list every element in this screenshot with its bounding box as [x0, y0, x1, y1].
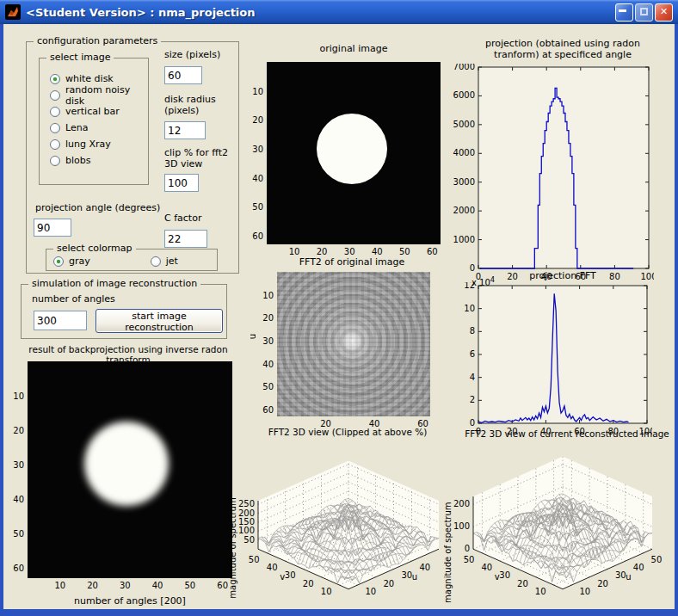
svg-text:6: 6: [470, 349, 475, 359]
svg-text:10: 10: [321, 587, 332, 596]
radio-dot[interactable]: [50, 139, 60, 150]
number-of-angles-input[interactable]: [34, 311, 87, 330]
radio-dot[interactable]: [50, 156, 60, 166]
simulation-panel: simulation of image reconstruction numbe…: [21, 284, 227, 339]
axis-tick: 50: [185, 581, 196, 590]
axis-tick: 10: [7, 391, 24, 401]
svg-text:100: 100: [640, 272, 654, 281]
fft2-image-title: FFT2 of original image: [262, 256, 442, 268]
radio-dot[interactable]: [53, 256, 64, 267]
radio-blobs[interactable]: blobs: [50, 152, 148, 169]
original-image-title: original image: [267, 43, 441, 54]
svg-text:10: 10: [366, 587, 377, 596]
svg-text:v: v: [280, 572, 285, 582]
svg-text:0: 0: [465, 544, 470, 553]
radio-dot[interactable]: [50, 107, 60, 117]
axis-tick: 40: [372, 247, 383, 256]
start-reconstruction-button[interactable]: start image reconstruction: [96, 309, 223, 333]
projection-fft-title: projection FFT: [485, 270, 640, 281]
svg-text:12: 12: [464, 282, 475, 290]
reconstructed-disk: [84, 422, 169, 506]
matlab-icon: [5, 4, 21, 20]
axis-tick: 20: [7, 426, 24, 435]
axis-tick: 10: [54, 581, 65, 590]
app-window: <Student Version> : nma_projection ✕ con…: [0, 0, 678, 616]
axis-tick: 30: [246, 144, 263, 153]
axis-tick: 10: [256, 290, 274, 299]
svg-text:1000: 1000: [453, 235, 475, 244]
axis-tick: 20: [317, 247, 328, 256]
radio-gray[interactable]: gray: [53, 253, 90, 269]
projection-chart-title: projection (obtained using radon tranfor…: [468, 38, 657, 60]
svg-text:5000: 5000: [453, 120, 475, 129]
svg-text:30: 30: [402, 570, 413, 580]
select-image-group: select image white diskrandom noisy disk…: [39, 58, 149, 185]
svg-text:30: 30: [615, 570, 626, 580]
maximize-button[interactable]: [635, 3, 653, 22]
svg-text:10: 10: [535, 587, 546, 596]
radio-lung-xray[interactable]: lung Xray: [50, 136, 148, 152]
radio-dot[interactable]: [151, 256, 161, 267]
disk-radius-input[interactable]: [164, 121, 206, 139]
size-input[interactable]: [164, 66, 202, 84]
fft2-3d-mesh-plot: 10203040501020304050100150200250vumagnit…: [229, 435, 461, 607]
backprojection-xlabel: number of angles [200]: [28, 595, 232, 607]
recon-3d-mesh-plot: 102030405010203040500100200vumagnitude o…: [444, 435, 675, 607]
radio-lena[interactable]: Lena: [50, 120, 148, 136]
disk-radius-label: disk radius (pixels): [164, 94, 216, 116]
radio-dot[interactable]: [50, 74, 60, 84]
clip-input[interactable]: [164, 174, 199, 192]
svg-text:50: 50: [651, 555, 663, 564]
svg-text:250: 250: [238, 499, 255, 508]
close-icon[interactable]: ✕: [655, 3, 673, 22]
white-disk: [317, 114, 387, 184]
axis-tick: 60: [217, 581, 228, 590]
svg-text:200: 200: [453, 499, 470, 508]
radio-dot[interactable]: [50, 90, 60, 101]
select-image-title: select image: [46, 52, 114, 63]
svg-text:30: 30: [499, 570, 510, 580]
projection-angle-input[interactable]: [34, 219, 71, 237]
axis-tick: 30: [256, 336, 274, 346]
projection-chart: 0204060801000100020003000400050006000700…: [444, 64, 654, 286]
radio-label: Lena: [65, 122, 88, 133]
svg-text:100: 100: [238, 526, 255, 535]
minimize-button[interactable]: [615, 3, 633, 22]
svg-text:2000: 2000: [453, 206, 475, 215]
axis-tick: 50: [256, 382, 274, 391]
radio-label: vertical bar: [65, 106, 120, 117]
radio-label: blobs: [65, 155, 90, 166]
svg-text:30: 30: [285, 570, 296, 580]
axis-tick: 30: [120, 581, 131, 590]
clip-label: clip % for fft2 3D view: [164, 147, 228, 169]
radio-label: lung Xray: [65, 139, 111, 150]
svg-text:7000: 7000: [453, 64, 475, 71]
svg-text:20: 20: [384, 579, 395, 588]
simulation-title: simulation of image reconstruction: [28, 278, 200, 289]
svg-text:u: u: [626, 572, 631, 582]
axis-tick: 20: [256, 313, 274, 323]
svg-text:20: 20: [597, 579, 608, 588]
axis-tick: 40: [246, 173, 263, 182]
svg-text:0: 0: [470, 263, 475, 273]
svg-text:100: 100: [453, 521, 470, 531]
svg-text:40: 40: [420, 563, 431, 572]
radio-random-noisy-disk[interactable]: random noisy disk: [50, 87, 148, 103]
original-image-plot: 102030405060102030405060: [267, 62, 441, 244]
radio-label: white disk: [65, 73, 114, 84]
axis-tick: 60: [7, 564, 24, 573]
svg-text:0: 0: [470, 418, 475, 428]
titlebar[interactable]: <Student Version> : nma_projection ✕: [0, 0, 678, 24]
svg-text:6000: 6000: [453, 90, 475, 100]
svg-text:magnitude of spectrum: magnitude of spectrum: [444, 502, 453, 602]
svg-text:4000: 4000: [453, 148, 475, 157]
c-factor-input[interactable]: [164, 230, 207, 248]
radio-dot[interactable]: [50, 123, 60, 133]
fft2-image: [277, 272, 430, 416]
svg-text:4: 4: [470, 373, 475, 382]
backprojection-image: [28, 361, 232, 578]
svg-text:10: 10: [464, 304, 475, 313]
axis-tick: 60: [256, 405, 274, 415]
config-panel: configuration parameters select image wh…: [26, 41, 239, 274]
radio-jet[interactable]: jet: [151, 253, 178, 269]
